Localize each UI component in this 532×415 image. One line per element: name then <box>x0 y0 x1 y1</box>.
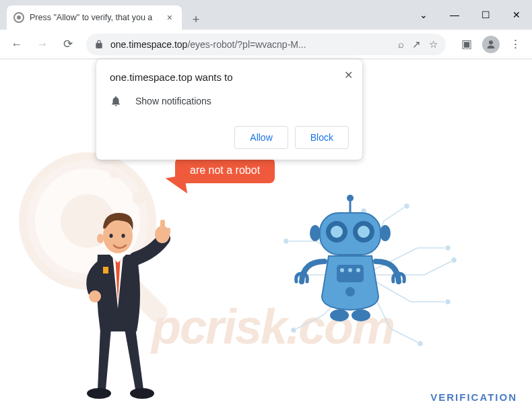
svg-point-42 <box>122 234 125 238</box>
svg-rect-38 <box>160 220 165 233</box>
minimize-button[interactable]: — <box>439 0 470 30</box>
svg-point-31 <box>330 309 349 321</box>
svg-point-0 <box>489 40 493 44</box>
svg-point-23 <box>358 226 370 238</box>
window-dropdown-icon[interactable]: ⌄ <box>408 0 439 30</box>
svg-point-32 <box>352 309 370 321</box>
speech-bubble: are not a robot <box>175 158 275 183</box>
toolbar-right: ▣ ⋮ <box>455 33 527 56</box>
svg-point-25 <box>380 225 391 241</box>
svg-point-27 <box>340 268 344 272</box>
verification-label: VERIFICATION <box>430 391 517 403</box>
maximize-button[interactable]: ☐ <box>470 0 501 30</box>
svg-point-28 <box>348 268 352 272</box>
robot-illustration <box>283 194 418 342</box>
menu-button[interactable]: ⋮ <box>504 33 527 56</box>
svg-point-36 <box>89 290 101 302</box>
search-icon[interactable]: ⌕ <box>398 38 404 50</box>
prompt-title: one.timespace.top wants to <box>110 71 349 83</box>
prompt-close-icon[interactable]: ✕ <box>344 69 353 82</box>
svg-rect-26 <box>337 265 364 282</box>
address-bar-icons: ⌕ ↗ ☆ <box>398 38 438 51</box>
svg-point-10 <box>418 342 422 346</box>
tab-favicon <box>13 12 24 23</box>
block-button[interactable]: Block <box>295 126 349 149</box>
url-text: one.timespace.top/eyes-robot/?pl=wvacnp-… <box>110 39 398 50</box>
url-domain: one.timespace.top <box>110 39 187 50</box>
reload-button[interactable]: ⟳ <box>57 33 79 56</box>
man-illustration <box>57 187 185 403</box>
titlebar: Press "Allow" to verify, that you a × + … <box>0 0 532 30</box>
speech-text: are not a robot <box>190 164 260 176</box>
svg-point-8 <box>452 258 456 262</box>
profile-avatar[interactable] <box>482 36 500 53</box>
svg-point-33 <box>87 388 111 399</box>
svg-rect-39 <box>166 228 170 234</box>
bell-icon <box>110 95 122 107</box>
svg-point-43 <box>97 234 104 243</box>
svg-point-6 <box>110 169 119 179</box>
svg-point-7 <box>446 246 450 250</box>
toolbar: ← → ⟳ one.timespace.top/eyes-robot/?pl=w… <box>0 30 532 59</box>
prompt-buttons: Allow Block <box>110 126 349 149</box>
svg-point-34 <box>130 388 154 399</box>
svg-point-41 <box>110 234 113 238</box>
svg-rect-44 <box>103 267 108 274</box>
bookmark-icon[interactable]: ☆ <box>429 38 438 51</box>
permission-text: Show notifications <box>135 96 211 106</box>
person-icon <box>485 38 497 51</box>
share-icon[interactable]: ↗ <box>412 38 421 51</box>
lock-icon <box>94 40 104 49</box>
address-bar[interactable]: one.timespace.top/eyes-robot/?pl=wvacnp-… <box>86 34 446 55</box>
svg-point-22 <box>331 226 343 238</box>
url-path: /eyes-robot/?pl=wvacnp-M... <box>187 39 306 50</box>
svg-point-9 <box>446 300 450 304</box>
svg-point-17 <box>347 195 354 201</box>
window-controls: ⌄ — ☐ ✕ <box>408 0 532 30</box>
new-tab-button[interactable]: + <box>186 9 206 30</box>
svg-point-24 <box>310 225 321 241</box>
side-panel-icon[interactable]: ▣ <box>455 33 478 56</box>
close-window-button[interactable]: ✕ <box>501 0 532 30</box>
forward-button[interactable]: → <box>31 33 54 56</box>
prompt-permission-row: Show notifications <box>110 95 349 107</box>
svg-point-29 <box>356 268 360 272</box>
svg-point-30 <box>345 287 355 296</box>
tab-close-icon[interactable]: × <box>164 11 175 24</box>
allow-button[interactable]: Allow <box>234 126 288 149</box>
notification-permission-prompt: ✕ one.timespace.top wants to Show notifi… <box>96 59 362 160</box>
back-button[interactable]: ← <box>5 33 28 56</box>
browser-tab[interactable]: Press "Allow" to verify, that you a × <box>7 5 182 30</box>
tab-title: Press "Allow" to verify, that you a <box>30 13 164 22</box>
